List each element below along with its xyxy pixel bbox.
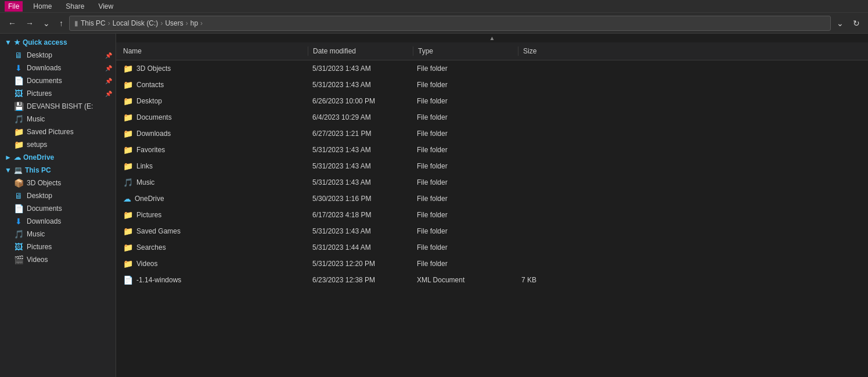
sidebar-item-music-quick[interactable]: 🎵 Music	[0, 113, 116, 125]
sidebar-item-desktop[interactable]: 🖥 Desktop 📌	[0, 49, 116, 62]
breadcrumb-hp[interactable]: hp	[190, 19, 198, 27]
downloads-icon: ⬇	[14, 63, 23, 73]
file-date-6: 5/31/2023 1:43 AM	[308, 160, 412, 173]
file-size-3	[517, 115, 575, 120]
file-name-13: 📄 -1.14-windows	[116, 273, 308, 287]
breadcrumb-users[interactable]: Users	[165, 19, 183, 27]
file-date-13: 6/23/2023 12:38 PM	[308, 274, 412, 286]
menu-share[interactable]: Share	[62, 1, 88, 12]
file-list: ▲ Name Date modified Type Size 📁 3D Obje…	[116, 34, 868, 377]
videos-pc-icon: 🎬	[14, 255, 23, 264]
pin-icon-pictures: 📌	[105, 91, 112, 97]
breadcrumb-this-pc[interactable]: This PC	[81, 19, 106, 27]
file-size-9	[517, 213, 575, 217]
column-date[interactable]: Date modified	[308, 45, 413, 58]
onedrive-cloud-icon: ☁	[14, 153, 21, 161]
file-size-4	[517, 131, 575, 136]
up-button[interactable]: ↑	[56, 16, 67, 30]
sidebar-item-videos-pc[interactable]: 🎬 Videos	[0, 253, 116, 266]
sidebar-devansh-label: DEVANSH BISHT (E:	[27, 102, 93, 110]
refresh-button[interactable]: ↻	[849, 16, 863, 30]
menu-file[interactable]: File	[5, 1, 23, 12]
sidebar-section-onedrive[interactable]: ► ☁ OneDrive	[0, 151, 116, 164]
table-row[interactable]: 📁 Downloads 6/27/2023 1:21 PM File folde…	[116, 125, 868, 142]
table-row[interactable]: 📁 Saved Games 5/31/2023 1:43 AM File fol…	[116, 223, 868, 239]
file-type-7: File folder	[412, 176, 517, 189]
column-name[interactable]: Name	[116, 45, 308, 58]
file-rows-container: 📁 3D Objects 5/31/2023 1:43 AM File fold…	[116, 60, 868, 288]
sidebar-section-this-pc[interactable]: ▼ 💻 This PC	[0, 164, 116, 177]
file-date-8: 5/30/2023 1:16 PM	[308, 192, 412, 205]
sidebar-item-downloads[interactable]: ⬇ Downloads 📌	[0, 62, 116, 74]
table-row[interactable]: 📁 Videos 5/31/2023 12:20 PM File folder	[116, 256, 868, 272]
column-size[interactable]: Size	[518, 45, 577, 58]
sidebar-music-pc-label: Music	[27, 230, 45, 238]
table-row[interactable]: 🎵 Music 5/31/2023 1:43 AM File folder	[116, 174, 868, 191]
desktop-pc-icon: 🖥	[14, 191, 23, 200]
file-date-9: 6/17/2023 4:18 PM	[308, 209, 412, 221]
menu-home[interactable]: Home	[30, 1, 55, 12]
column-type[interactable]: Type	[413, 45, 518, 58]
file-list-header: Name Date modified Type Size	[116, 42, 868, 60]
file-name-11: 📁 Searches	[116, 240, 308, 254]
file-size-2	[517, 99, 575, 103]
table-row[interactable]: 📄 -1.14-windows 6/23/2023 12:38 PM XML D…	[116, 272, 868, 288]
file-size-0	[517, 66, 575, 71]
sidebar-onedrive-label: OneDrive	[23, 153, 54, 161]
file-size-11	[517, 245, 575, 250]
table-row[interactable]: 📁 Desktop 6/26/2023 10:00 PM File folder	[116, 93, 868, 109]
file-name-12: 📁 Videos	[116, 257, 308, 271]
sidebar-section-quick-access[interactable]: ▼ ★ Quick access	[0, 36, 116, 49]
table-row[interactable]: 📁 Contacts 5/31/2023 1:43 AM File folder	[116, 77, 868, 93]
sidebar-item-downloads-pc[interactable]: ⬇ Downloads	[0, 215, 116, 228]
nav-dropdown-button[interactable]: ⌄	[39, 16, 53, 30]
sidebar-item-setups[interactable]: 📁 setups	[0, 138, 116, 151]
sidebar-this-pc-label: This PC	[25, 166, 51, 174]
dropdown-history-button[interactable]: ⌄	[833, 16, 847, 30]
file-type-3: File folder	[412, 111, 517, 124]
file-type-6: File folder	[412, 160, 517, 173]
nav-right-buttons: ⌄ ↻	[833, 16, 863, 30]
sidebar-item-devansh[interactable]: 💾 DEVANSH BISHT (E:	[0, 100, 116, 113]
sidebar-documents-label: Documents	[27, 77, 62, 85]
table-row[interactable]: 📁 Pictures 6/17/2023 4:18 PM File folder	[116, 207, 868, 223]
table-row[interactable]: 📁 Documents 6/4/2023 10:29 AM File folde…	[116, 109, 868, 125]
documents-pc-icon: 📄	[14, 204, 23, 213]
setups-icon: 📁	[14, 140, 23, 149]
file-name-1: 📁 Contacts	[116, 78, 308, 92]
pin-icon-desktop: 📌	[105, 52, 112, 59]
sidebar-item-3d-objects[interactable]: 📦 3D Objects	[0, 177, 116, 189]
sidebar-downloads-label: Downloads	[27, 64, 61, 72]
sidebar-item-pictures[interactable]: 🖼 Pictures 📌	[0, 87, 116, 100]
menu-view[interactable]: View	[95, 1, 117, 12]
downloads-pc-icon: ⬇	[14, 217, 23, 226]
table-row[interactable]: 📁 3D Objects 5/31/2023 1:43 AM File fold…	[116, 60, 868, 77]
sidebar-item-desktop-pc[interactable]: 🖥 Desktop	[0, 189, 116, 202]
back-button[interactable]: ←	[5, 16, 20, 30]
sidebar-item-pictures-pc[interactable]: 🖼 Pictures	[0, 240, 116, 253]
address-bar[interactable]: ▮ This PC › Local Disk (C:) › Users › hp…	[69, 16, 831, 31]
quick-access-star-icon: ★	[14, 38, 20, 46]
file-type-12: File folder	[412, 257, 517, 270]
sidebar-item-music-pc[interactable]: 🎵 Music	[0, 228, 116, 240]
file-date-4: 6/27/2023 1:21 PM	[308, 127, 412, 140]
file-size-13: 7 KB	[517, 274, 575, 286]
file-name-3: 📁 Documents	[116, 110, 308, 124]
file-date-3: 6/4/2023 10:29 AM	[308, 111, 412, 124]
file-type-8: File folder	[412, 192, 517, 205]
table-row[interactable]: ☁ OneDrive 5/30/2023 1:16 PM File folder	[116, 191, 868, 207]
file-type-1: File folder	[412, 78, 517, 91]
table-row[interactable]: 📁 Links 5/31/2023 1:43 AM File folder	[116, 158, 868, 174]
breadcrumb-local-disk[interactable]: Local Disk (C:)	[113, 19, 159, 27]
forward-button[interactable]: →	[22, 16, 37, 30]
sidebar-downloads-pc-label: Downloads	[27, 217, 61, 225]
sidebar-item-documents-pc[interactable]: 📄 Documents	[0, 202, 116, 215]
file-size-8	[517, 196, 575, 201]
table-row[interactable]: 📁 Searches 5/31/2023 1:44 AM File folder	[116, 239, 868, 256]
sidebar-item-documents[interactable]: 📄 Documents 📌	[0, 74, 116, 87]
documents-icon: 📄	[14, 76, 23, 85]
sidebar-item-saved-pictures[interactable]: 📁 Saved Pictures	[0, 125, 116, 138]
file-type-10: File folder	[412, 225, 517, 238]
file-size-6	[517, 164, 575, 168]
table-row[interactable]: 📁 Favorites 5/31/2023 1:43 AM File folde…	[116, 142, 868, 158]
